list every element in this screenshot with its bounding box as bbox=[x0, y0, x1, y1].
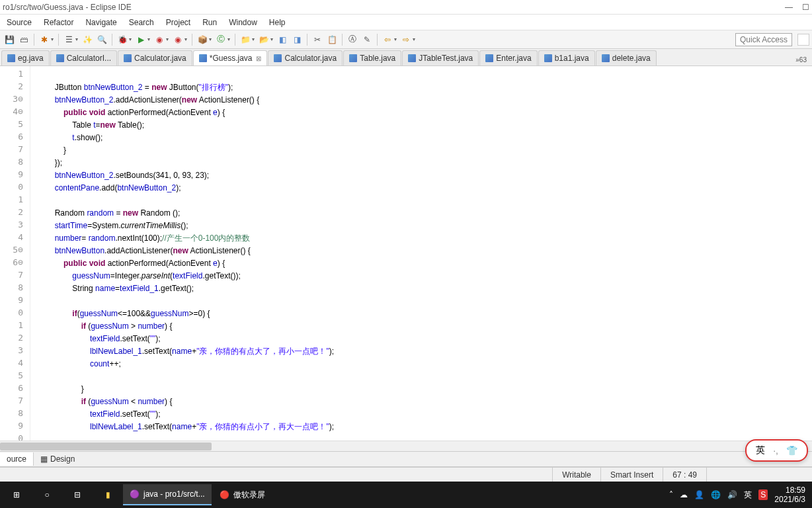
editor-tab[interactable]: Calculator.java bbox=[118, 50, 192, 65]
editor-tab[interactable]: Table.java bbox=[343, 50, 401, 65]
save-icon[interactable]: 💾 bbox=[3, 33, 16, 46]
forward-icon[interactable]: ⇨ bbox=[399, 33, 413, 46]
window-controls: — ☐ bbox=[785, 3, 809, 12]
maximize-button[interactable]: ☐ bbox=[802, 3, 809, 12]
tray-volume-icon[interactable]: 🔊 bbox=[727, 490, 737, 499]
design-tab-design[interactable]: ▦Design bbox=[34, 452, 81, 466]
dropdown-icon[interactable]: ▾ bbox=[227, 36, 230, 42]
scrollbar-thumb[interactable] bbox=[0, 443, 212, 450]
paste-icon[interactable]: 📋 bbox=[325, 33, 339, 46]
search-icon[interactable]: 🔍 bbox=[95, 33, 108, 46]
tray-ime-icon[interactable]: 英 bbox=[744, 489, 752, 501]
dropdown-icon[interactable]: ▾ bbox=[166, 36, 169, 42]
menu-source[interactable]: Source bbox=[1, 16, 37, 29]
quick-access-input[interactable]: Quick Access bbox=[735, 33, 792, 46]
editor-tab[interactable]: Enter.java bbox=[479, 50, 537, 65]
taskbar-clock[interactable]: 18:59 2021/6/3 bbox=[774, 486, 805, 504]
wand-icon[interactable]: ✨ bbox=[81, 33, 94, 46]
line-number: 2 bbox=[0, 207, 30, 220]
design-tab-ource[interactable]: ource bbox=[0, 452, 34, 466]
code-line bbox=[37, 69, 805, 81]
tray-onedrive-icon[interactable]: ☁ bbox=[680, 490, 688, 499]
taskbar-app-label: 傲软录屏 bbox=[233, 489, 265, 501]
new-class-icon[interactable]: Ⓒ bbox=[214, 33, 227, 46]
code-line: Random random = new Random (); bbox=[37, 207, 805, 220]
menu-navigate[interactable]: Navigate bbox=[80, 16, 122, 29]
java-file-icon bbox=[602, 54, 610, 62]
line-number: 3 bbox=[0, 220, 30, 232]
line-number: 8 bbox=[0, 282, 30, 295]
code-area[interactable]: JButton btnNewButton_2 = new JButton("排行… bbox=[30, 66, 812, 441]
menu-project[interactable]: Project bbox=[161, 16, 196, 29]
folder-add-icon[interactable]: 📂 bbox=[257, 33, 270, 46]
package-icon[interactable]: 📦 bbox=[196, 33, 209, 46]
tray-people-icon[interactable]: 👤 bbox=[694, 490, 704, 499]
taskview-icon[interactable]: ⊟ bbox=[62, 482, 93, 508]
close-icon[interactable]: ⊠ bbox=[256, 55, 261, 62]
run-icon[interactable]: ▶ bbox=[134, 33, 147, 46]
tab-overflow[interactable]: »63 bbox=[792, 54, 811, 65]
open-type-icon[interactable]: ☰ bbox=[62, 33, 75, 46]
cortana-icon[interactable]: ○ bbox=[32, 482, 62, 508]
editor-tab[interactable]: JTableTest.java bbox=[402, 50, 479, 65]
editor-tab[interactable]: b1a1.java bbox=[538, 50, 595, 65]
code-line: guessNum=Integer.parseInt(textField.getT… bbox=[37, 270, 805, 282]
java-file-icon bbox=[485, 54, 493, 62]
editor-tab[interactable]: *Guess.java⊠ bbox=[193, 50, 268, 65]
tray-network-icon[interactable]: 🌐 bbox=[711, 490, 721, 499]
menu-window[interactable]: Window bbox=[223, 16, 263, 29]
back-icon[interactable]: ⇦ bbox=[381, 33, 394, 46]
taskbar-app[interactable]: 🟣java - pro1/src/t... bbox=[123, 484, 212, 505]
line-gutter: 123⊖4⊖56789012345⊖6⊖78901234567890 bbox=[0, 66, 30, 441]
line-number: 2 bbox=[0, 81, 30, 94]
tab-label: Table.java bbox=[360, 54, 395, 63]
taskbar-app[interactable]: 🔴傲软录屏 bbox=[213, 484, 272, 505]
dropdown-icon[interactable]: ▾ bbox=[209, 36, 212, 42]
editor-tab[interactable]: CalculatorI... bbox=[50, 50, 117, 65]
code-editor[interactable]: 123⊖4⊖56789012345⊖6⊖78901234567890 JButt… bbox=[0, 66, 812, 441]
menu-refactor[interactable]: Refactor bbox=[38, 16, 79, 29]
explorer-icon[interactable]: ▮ bbox=[93, 482, 123, 508]
horizontal-scrollbar[interactable] bbox=[0, 441, 812, 451]
dropdown-icon[interactable]: ▾ bbox=[75, 36, 78, 42]
editor-tab[interactable]: eg.java bbox=[1, 50, 50, 65]
status-insert-mode: Smart Insert bbox=[600, 468, 663, 482]
task-add-icon[interactable]: ◨ bbox=[290, 33, 304, 46]
debug-icon[interactable]: 🐞 bbox=[116, 33, 129, 46]
cut-icon[interactable]: ✂ bbox=[311, 33, 324, 46]
ext-tools-icon[interactable]: ◉ bbox=[171, 33, 184, 46]
dropdown-icon[interactable]: ▾ bbox=[252, 36, 255, 42]
coverage-icon[interactable]: ◉ bbox=[153, 33, 166, 46]
editor-tab[interactable]: delete.java bbox=[596, 50, 657, 65]
code-line: }); bbox=[37, 157, 805, 169]
ime-indicator[interactable]: 英 ·, 👕 bbox=[745, 439, 808, 462]
dropdown-icon[interactable]: ▾ bbox=[413, 36, 415, 42]
dropdown-icon[interactable]: ▾ bbox=[147, 36, 150, 42]
editor-tab[interactable]: Calculator.java bbox=[268, 50, 343, 65]
next-annotation-icon[interactable]: ✎ bbox=[360, 33, 374, 46]
menu-run[interactable]: Run bbox=[197, 16, 222, 29]
separator bbox=[235, 34, 235, 46]
new-icon[interactable]: ✱ bbox=[38, 33, 51, 46]
task-icon[interactable]: ◧ bbox=[276, 33, 289, 46]
save-all-icon[interactable]: 🗃 bbox=[17, 33, 30, 46]
dropdown-icon[interactable]: ▾ bbox=[394, 36, 397, 42]
perspective-button[interactable] bbox=[797, 34, 809, 46]
line-number: 6 bbox=[0, 383, 30, 396]
rec-icon: 🔴 bbox=[220, 490, 229, 499]
folder-icon[interactable]: 📁 bbox=[239, 33, 252, 46]
minimize-button[interactable]: — bbox=[785, 3, 793, 12]
menu-help[interactable]: Help bbox=[264, 16, 291, 29]
dropdown-icon[interactable]: ▾ bbox=[270, 36, 273, 42]
dropdown-icon[interactable]: ▾ bbox=[184, 36, 187, 42]
line-number: 1 bbox=[0, 320, 30, 333]
tray-chevron-icon[interactable]: ˄ bbox=[669, 490, 673, 499]
dropdown-icon[interactable]: ▾ bbox=[129, 36, 132, 42]
menu-search[interactable]: Search bbox=[124, 16, 159, 29]
line-number: 1 bbox=[0, 194, 30, 207]
tray-sogou-icon[interactable]: S bbox=[758, 489, 768, 500]
separator bbox=[112, 34, 112, 46]
toggle-mark-icon[interactable]: Ⓐ bbox=[346, 33, 359, 46]
dropdown-icon[interactable]: ▾ bbox=[51, 36, 54, 42]
start-button[interactable]: ⊞ bbox=[1, 482, 32, 508]
